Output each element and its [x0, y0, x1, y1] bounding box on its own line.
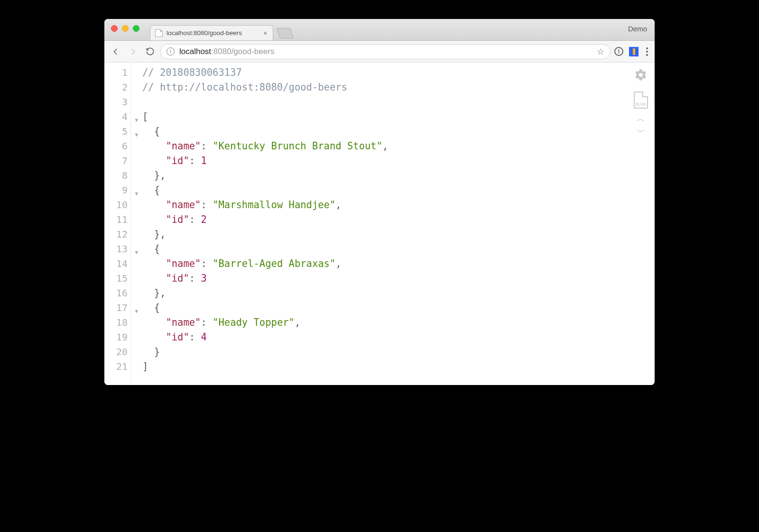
line-number: 14: [104, 257, 130, 271]
line-number: 21: [104, 359, 130, 374]
line-number: 4▼: [104, 110, 130, 124]
fullscreen-window-button[interactable]: [133, 25, 139, 32]
line-number: 17▼: [104, 301, 130, 315]
url-text: localhost:8080/good-beers: [179, 47, 274, 56]
back-button[interactable]: [109, 45, 122, 58]
fold-toggle-icon[interactable]: ▼: [135, 245, 138, 260]
extension-icons: !: [614, 47, 650, 56]
close-window-button[interactable]: [111, 25, 118, 32]
tab-strip: localhost:8080/good-beers ×: [150, 19, 292, 40]
fold-toggle-icon[interactable]: ▼: [135, 113, 138, 128]
fold-toggle-icon[interactable]: ▼: [135, 186, 138, 201]
fold-toggle-icon[interactable]: ▼: [135, 304, 138, 319]
line-number: 7: [104, 154, 130, 168]
viewer-controls: RAW ︿ ﹀: [634, 68, 648, 135]
raw-icon[interactable]: RAW: [634, 92, 648, 109]
extension-icon[interactable]: [629, 47, 639, 56]
line-number: 16: [104, 286, 130, 301]
gear-icon[interactable]: [634, 68, 648, 85]
address-bar[interactable]: i localhost:8080/good-beers ☆: [160, 44, 611, 59]
window-controls: [111, 25, 139, 32]
line-number: 9▼: [104, 183, 130, 198]
line-number: 2: [104, 80, 130, 95]
alert-icon[interactable]: !: [614, 47, 623, 56]
line-gutter: 1234▼5▼6789▼10111213▼14151617▼18192021: [104, 63, 131, 385]
page-content: 1234▼5▼6789▼10111213▼14151617▼18192021 /…: [104, 63, 655, 385]
fold-toggle-icon[interactable]: ▼: [135, 128, 138, 142]
page-icon: [155, 29, 163, 37]
line-number: 3: [104, 95, 130, 110]
reload-button[interactable]: [143, 45, 157, 58]
browser-window: localhost:8080/good-beers × Demo i local…: [104, 19, 655, 385]
bookmark-star-icon[interactable]: ☆: [597, 46, 604, 57]
line-number: 8: [104, 168, 130, 183]
chevron-down-icon[interactable]: ﹀: [637, 128, 645, 135]
line-number: 12: [104, 227, 130, 242]
line-number: 5▼: [104, 124, 130, 139]
line-number: 1: [104, 65, 130, 80]
line-number: 11: [104, 212, 130, 227]
line-number: 18: [104, 315, 130, 330]
toolbar: i localhost:8080/good-beers ☆ !: [104, 41, 655, 63]
site-info-icon[interactable]: i: [167, 47, 175, 55]
close-tab-button[interactable]: ×: [263, 31, 268, 36]
new-tab-button[interactable]: [276, 28, 294, 38]
chevron-up-icon[interactable]: ︿: [637, 115, 645, 122]
profile-label[interactable]: Demo: [628, 25, 647, 33]
line-number: 6: [104, 139, 130, 154]
line-number: 19: [104, 330, 130, 345]
line-number: 10: [104, 198, 130, 212]
tab-title: localhost:8080/good-beers: [167, 29, 242, 37]
line-number: 20: [104, 345, 130, 359]
line-number: 15: [104, 271, 130, 286]
titlebar: localhost:8080/good-beers × Demo: [104, 19, 655, 41]
forward-button[interactable]: [126, 45, 139, 58]
json-viewer[interactable]: // 20180830063137 // http://localhost:80…: [131, 63, 655, 385]
menu-button[interactable]: [644, 47, 650, 56]
minimize-window-button[interactable]: [122, 25, 129, 32]
browser-tab[interactable]: localhost:8080/good-beers ×: [150, 25, 273, 40]
line-number: 13▼: [104, 242, 130, 257]
